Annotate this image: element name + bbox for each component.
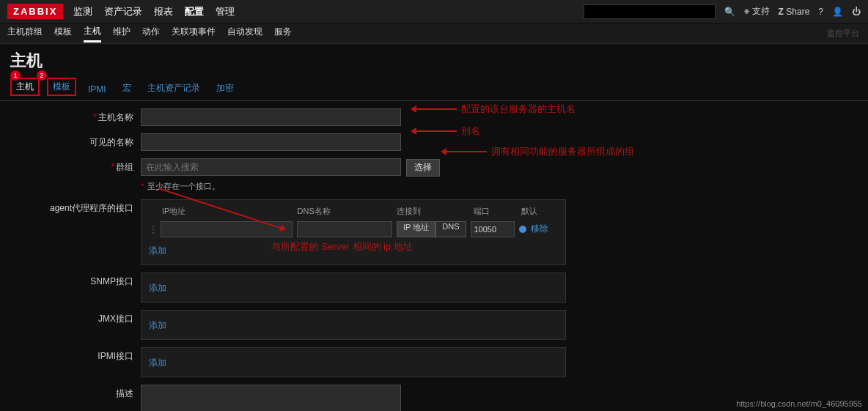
page-title: 主机: [0, 44, 868, 75]
share-link[interactable]: Z Share: [779, 7, 810, 17]
groups-input[interactable]: [141, 158, 401, 176]
jmx-interfaces-box: 添加: [141, 310, 566, 340]
subnav-hostgroups[interactable]: 主机群组: [7, 26, 43, 41]
interface-remove-link[interactable]: 移除: [531, 223, 548, 235]
interface-port-input[interactable]: [471, 221, 515, 237]
connect-to-toggle: IP 地址 DNS: [397, 221, 466, 237]
iface-col-connectto: 连接到: [397, 206, 469, 217]
description-textarea[interactable]: [141, 385, 401, 412]
annotation-badge-1: 1: [10, 70, 21, 81]
logout-icon[interactable]: ⏻: [852, 7, 861, 17]
support-link[interactable]: ⎈ 支持: [744, 5, 769, 18]
top-nav-items: 监测 资产记录 报表 配置 管理: [73, 5, 584, 18]
subnav-hosts[interactable]: 主机: [84, 25, 101, 42]
subnav-templates[interactable]: 模板: [54, 26, 72, 41]
ipmi-interfaces-box: 添加: [141, 347, 566, 377]
iface-col-default: 默认: [521, 206, 558, 217]
interface-default-radio[interactable]: [519, 226, 526, 233]
snmp-if-label: SNMP接口: [7, 273, 141, 288]
tab-ipmi[interactable]: IPMI: [84, 83, 111, 96]
nav-configuration[interactable]: 配置: [185, 5, 204, 18]
host-name-input[interactable]: [141, 108, 401, 126]
visible-name-label: 可见的名称: [7, 133, 141, 149]
host-name-label: *主机名称: [7, 108, 141, 124]
user-icon[interactable]: 👤: [832, 7, 843, 17]
tab-encryption[interactable]: 加密: [212, 81, 238, 96]
help-icon[interactable]: ?: [818, 7, 823, 17]
nav-monitoring[interactable]: 监测: [73, 5, 92, 18]
host-tabs: 1 2 主机 模板 IPMI 宏 主机资产记录 加密: [0, 75, 868, 101]
top-nav: ZABBIX 监测 资产记录 报表 配置 管理 🔍 ⎈ 支持 Z Share ?…: [0, 0, 868, 23]
subnav-discovery[interactable]: 自动发现: [227, 26, 262, 41]
top-right: 🔍 ⎈ 支持 Z Share ? 👤 ⏻: [584, 4, 861, 19]
iface-col-ip: IP地址: [162, 206, 293, 217]
host-form: *主机名称 可见的名称 *群组 选择 * 至少存在一个接口。 agent代理程序…: [0, 101, 868, 411]
subnav-actions[interactable]: 动作: [142, 26, 160, 41]
groups-label: *群组: [7, 158, 141, 174]
tab-inventory[interactable]: 主机资产记录: [143, 81, 205, 96]
sub-nav: 主机群组 模板 主机 维护 动作 关联项事件 自动发现 服务 监控平台: [0, 23, 868, 44]
connect-to-ip[interactable]: IP 地址: [397, 221, 435, 237]
description-label: 描述: [7, 385, 141, 400]
tab-macros[interactable]: 宏: [118, 81, 136, 96]
watermark: https://blog.csdn.net/m0_46095955: [736, 399, 862, 408]
subnav-services[interactable]: 服务: [274, 26, 292, 41]
subnav-eventcorr[interactable]: 关联项事件: [172, 26, 216, 41]
visible-name-input[interactable]: [141, 133, 401, 151]
nav-reports[interactable]: 报表: [154, 5, 173, 18]
connect-to-dns[interactable]: DNS: [435, 221, 466, 237]
drag-handle-icon[interactable]: ⋮⋮: [149, 224, 156, 234]
iface-col-port: 端口: [474, 206, 518, 217]
agent-if-label: agent代理程序的接口: [7, 199, 141, 215]
ipmi-interface-add-link[interactable]: 添加: [149, 354, 166, 372]
interface-row: ⋮⋮ IP 地址 DNS 移除: [149, 221, 558, 237]
ipmi-if-label: IPMI接口: [7, 347, 141, 363]
iface-col-dns: DNS名称: [298, 206, 392, 217]
jmx-interface-add-link[interactable]: 添加: [149, 316, 166, 335]
subnav-maintenance[interactable]: 维护: [113, 26, 130, 41]
groups-select-button[interactable]: 选择: [406, 159, 440, 177]
search-input[interactable]: [584, 4, 716, 19]
search-icon[interactable]: 🔍: [724, 7, 735, 17]
interface-dns-input[interactable]: [297, 221, 392, 237]
snmp-interface-add-link[interactable]: 添加: [149, 279, 166, 297]
snmp-interfaces-box: 添加: [141, 273, 566, 303]
interface-ip-input[interactable]: [161, 221, 293, 237]
logo: ZABBIX: [7, 4, 63, 19]
agent-interface-add-link[interactable]: 添加: [149, 242, 166, 260]
nav-inventory[interactable]: 资产记录: [104, 5, 142, 18]
nav-administration[interactable]: 管理: [216, 5, 235, 18]
groups-hint: * 至少存在一个接口。: [141, 181, 440, 192]
agent-interfaces-box: IP地址 DNS名称 连接到 端口 默认 ⋮⋮ IP 地址 DNS: [141, 199, 566, 265]
annotation-badge-2: 2: [37, 70, 47, 81]
jmx-if-label: JMX接口: [7, 310, 141, 325]
tab-templates[interactable]: 模板: [47, 78, 76, 96]
subnav-right-label: 监控平台: [827, 28, 859, 39]
